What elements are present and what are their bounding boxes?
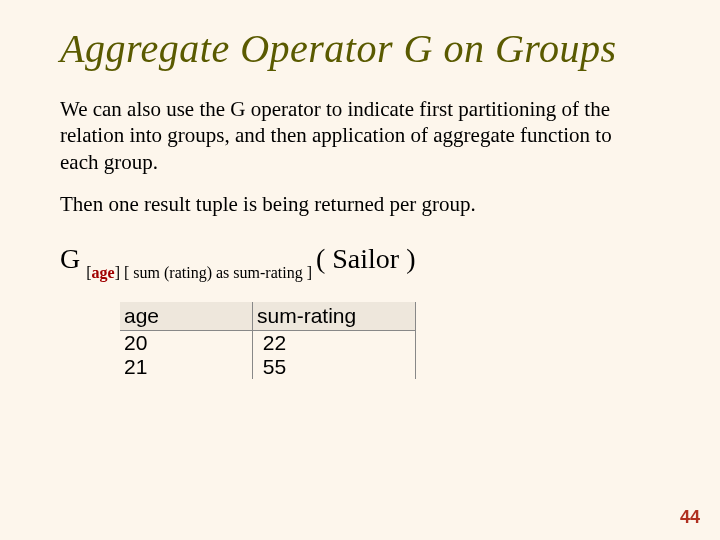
page-number: 44 <box>680 507 700 528</box>
cell-sum: 22 <box>253 330 416 355</box>
slide-title: Aggregate Operator G on Groups <box>60 26 660 72</box>
cell-sum: 55 <box>253 355 416 379</box>
col-header-age: age <box>120 302 253 331</box>
subscript-group: [age] [ sum (rating) as sum-rating ] <box>86 264 316 281</box>
group-key: age <box>92 264 115 281</box>
aggregate-expression: G [age] [ sum (rating) as sum-rating ] (… <box>60 243 660 278</box>
bracket-close-2: ] <box>303 264 312 281</box>
bracket-open-2: [ <box>120 264 133 281</box>
operator-g: G <box>60 243 80 274</box>
relation-arg: ( Sailor ) <box>316 243 416 274</box>
cell-age: 20 <box>120 330 253 355</box>
table-row: 20 22 <box>120 330 416 355</box>
cell-age: 21 <box>120 355 253 379</box>
result-table: age sum-rating 20 22 21 55 <box>120 302 416 379</box>
paragraph-2: Then one result tuple is being returned … <box>60 191 620 217</box>
paragraph-1: We can also use the G operator to indica… <box>60 96 620 175</box>
aggregate-spec: sum (rating) as sum-rating <box>133 264 302 281</box>
col-header-sum-rating: sum-rating <box>253 302 416 331</box>
table-header-row: age sum-rating <box>120 302 416 331</box>
table-row: 21 55 <box>120 355 416 379</box>
